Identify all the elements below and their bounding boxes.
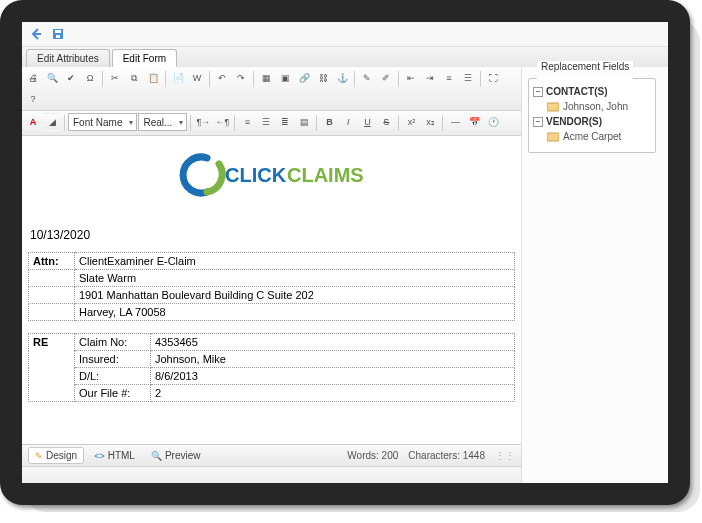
bgcolor-icon[interactable]: ◢ (43, 113, 61, 131)
attn-line4: Harvey, LA 70058 (75, 304, 515, 321)
replacement-fields-group: Replacement Fields − CONTACT(S) Johnson,… (528, 73, 656, 153)
char-count: Characters: 1448 (408, 450, 485, 461)
paste-icon[interactable]: 📋 (144, 69, 162, 87)
tab-edit-attributes[interactable]: Edit Attributes (26, 49, 110, 67)
claim-no-value: 4353465 (151, 334, 515, 351)
help-icon[interactable]: ? (24, 90, 42, 108)
collapse-icon: − (533, 117, 543, 127)
ourfile-label: Our File #: (75, 385, 151, 402)
mode-html-button[interactable]: <> HTML (88, 448, 141, 463)
sidebar-panel: Replacement Fields − CONTACT(S) Johnson,… (522, 67, 662, 483)
find-icon[interactable]: 🔍 (43, 69, 61, 87)
re-table: RE Claim No: 4353465 Insured: Johnson, M… (28, 333, 515, 402)
svg-text:CLAIMS: CLAIMS (287, 164, 364, 186)
hr-icon[interactable]: — (446, 113, 464, 131)
align-justify-icon[interactable]: ▤ (295, 113, 313, 131)
svg-rect-6 (547, 133, 559, 141)
ourfile-value: 2 (151, 385, 515, 402)
symbol-icon[interactable]: Ω (81, 69, 99, 87)
format-brush-icon[interactable]: ✎ (358, 69, 376, 87)
logo: CLICK CLAIMS (28, 144, 515, 214)
clear-format-icon[interactable]: ✐ (377, 69, 395, 87)
outdent-icon[interactable]: ⇤ (402, 69, 420, 87)
undo-icon[interactable]: ↶ (213, 69, 231, 87)
time-icon[interactable]: 🕐 (484, 113, 502, 131)
strike-icon[interactable]: S (377, 113, 395, 131)
paste-word-icon[interactable]: W (188, 69, 206, 87)
editor-column: 🖨 🔍 ✔ Ω ✂ ⧉ 📋 📄 W ↶ ↷ ▦ ▣ (22, 67, 522, 483)
insert-table-icon[interactable]: ▦ (257, 69, 275, 87)
attn-table: Attn: ClientExaminer E-Claim Slate Warm … (28, 252, 515, 321)
word-count: Words: 200 (347, 450, 398, 461)
attn-line1: ClientExaminer E-Claim (75, 253, 515, 270)
attn-line3: 1901 Manhattan Boulevard Building C Suit… (75, 287, 515, 304)
insured-value: Johnson, Mike (151, 351, 515, 368)
align-center-icon[interactable]: ☰ (257, 113, 275, 131)
editor-canvas[interactable]: CLICK CLAIMS 10/13/2020 Attn: ClientExam… (22, 136, 521, 444)
footer-strip (22, 466, 521, 483)
insert-img-icon[interactable]: ▣ (276, 69, 294, 87)
svg-rect-1 (55, 30, 61, 33)
save-icon[interactable] (50, 26, 66, 42)
paste-plain-icon[interactable]: 📄 (169, 69, 187, 87)
attn-line2: Slate Warm (75, 270, 515, 287)
app-window: Edit Attributes Edit Form 🖨 🔍 ✔ Ω ✂ ⧉ 📋 … (22, 22, 668, 483)
ltr-icon[interactable]: ¶→ (194, 113, 212, 131)
tree-item-vendor-0[interactable]: Acme Carpet (533, 129, 651, 144)
font-name-select[interactable]: Font Name (68, 113, 137, 131)
tablet-frame: Edit Attributes Edit Form 🖨 🔍 ✔ Ω ✂ ⧉ 📋 … (0, 0, 690, 505)
subscript-icon[interactable]: x₂ (421, 113, 439, 131)
superscript-icon[interactable]: x² (402, 113, 420, 131)
dl-label: D/L: (75, 368, 151, 385)
align-right-icon[interactable]: ≣ (276, 113, 294, 131)
date-icon[interactable]: 📅 (465, 113, 483, 131)
document-date: 10/13/2020 (30, 228, 515, 242)
underline-icon[interactable]: U (358, 113, 376, 131)
sidebar-title: Replacement Fields (537, 61, 633, 72)
fontcolor-icon[interactable]: A (24, 113, 42, 131)
fullscreen-icon[interactable]: ⛶ (484, 69, 502, 87)
tree-group-contacts[interactable]: − CONTACT(S) (533, 84, 651, 99)
print-icon[interactable]: 🖨 (24, 69, 42, 87)
svg-text:CLICK: CLICK (225, 164, 287, 186)
rtl-icon[interactable]: ←¶ (213, 113, 231, 131)
editor-status-bar: ✎ Design <> HTML 🔍 Preview Words: 200 (22, 444, 521, 466)
insured-label: Insured: (75, 351, 151, 368)
field-icon (547, 132, 559, 142)
indent-icon[interactable]: ⇥ (421, 69, 439, 87)
bullet-list-icon[interactable]: ≡ (440, 69, 458, 87)
re-label: RE (29, 334, 75, 402)
mode-preview-button[interactable]: 🔍 Preview (145, 448, 207, 463)
tab-edit-form[interactable]: Edit Form (112, 49, 177, 67)
tree-group-vendors[interactable]: − VENDOR(S) (533, 114, 651, 129)
cut-icon[interactable]: ✂ (106, 69, 124, 87)
toolbar-row-1: 🖨 🔍 ✔ Ω ✂ ⧉ 📋 📄 W ↶ ↷ ▦ ▣ (22, 67, 521, 111)
back-arrow-icon[interactable] (28, 26, 44, 42)
link-icon[interactable]: 🔗 (295, 69, 313, 87)
unlink-icon[interactable]: ⛓ (314, 69, 332, 87)
anchor-icon[interactable]: ⚓ (333, 69, 351, 87)
window-header (22, 22, 668, 47)
claim-no-label: Claim No: (75, 334, 151, 351)
toolbar-row-2: A ◢ Font Name Real... ¶→ ←¶ ≡ ☰ ≣ ▤ B I (22, 111, 521, 136)
attn-label: Attn: (29, 253, 75, 270)
mode-design-button[interactable]: ✎ Design (28, 447, 84, 464)
align-left-icon[interactable]: ≡ (238, 113, 256, 131)
magnifier-icon: 🔍 (151, 451, 162, 461)
code-icon: <> (94, 451, 105, 461)
number-list-icon[interactable]: ☰ (459, 69, 477, 87)
italic-icon[interactable]: I (339, 113, 357, 131)
spellcheck-icon[interactable]: ✔ (62, 69, 80, 87)
svg-rect-5 (547, 103, 559, 111)
copy-icon[interactable]: ⧉ (125, 69, 143, 87)
dl-value: 8/6/2013 (151, 368, 515, 385)
field-icon (547, 102, 559, 112)
collapse-icon: − (533, 87, 543, 97)
redo-icon[interactable]: ↷ (232, 69, 250, 87)
font-size-select[interactable]: Real... (138, 113, 187, 131)
bold-icon[interactable]: B (320, 113, 338, 131)
pencil-icon: ✎ (35, 451, 43, 461)
resize-grip-icon[interactable]: ⋮⋮ (495, 450, 515, 461)
tree-item-contact-0[interactable]: Johnson, John (533, 99, 651, 114)
svg-rect-2 (56, 35, 60, 38)
